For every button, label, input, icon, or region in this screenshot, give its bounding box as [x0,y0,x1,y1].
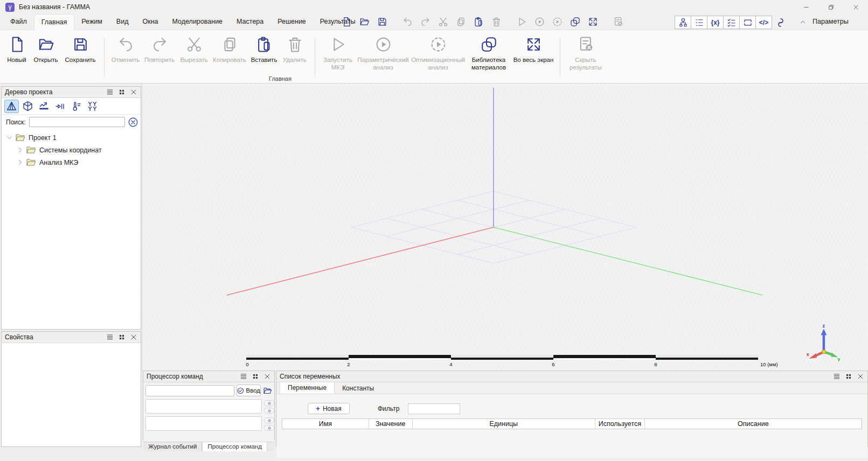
hide-results-icon [613,17,623,27]
panel-close-icon[interactable] [130,333,137,341]
gear-mini-button[interactable] [264,425,274,431]
ribbon: Новый Открыть Сохранить Отменить Повтори… [0,30,868,83]
tab-variables[interactable]: Переменные [280,382,335,394]
ribbon-save-button[interactable]: Сохранить [61,35,99,64]
redo-icon [420,17,430,27]
hierarchy-toggle-button[interactable] [675,16,691,29]
save-icon[interactable] [377,17,387,27]
properties-panel: Свойства [1,331,141,447]
command-history-box [145,399,262,414]
tree-item-coord-systems[interactable]: Системы координат [2,144,141,156]
filter-input[interactable] [408,403,460,414]
menu-wizards[interactable]: Мастера [230,14,270,30]
ribbon-new-button[interactable]: Новый [3,35,30,64]
close-button[interactable] [843,0,868,14]
collapse-ribbon-icon[interactable] [799,18,808,26]
panel-menu-icon[interactable] [106,333,114,341]
materials-library-icon[interactable] [570,17,580,27]
ribbon-fullscreen-button[interactable]: Во весь экран [512,35,555,64]
panel-close-icon[interactable] [263,373,271,380]
panel-dock-icon[interactable] [252,373,259,380]
restore-button[interactable] [818,0,843,14]
svg-text:y: y [838,357,841,361]
panel-dock-icon[interactable] [118,333,126,341]
tree-item-fem-analysis[interactable]: Анализ МКЭ [2,156,141,169]
menu-mode[interactable]: Режим [74,14,109,30]
panel-menu-icon[interactable] [833,373,841,380]
viewport-3d[interactable]: 0 2 4 6 8 10 (мм) z x y [142,83,868,371]
gear-mini-button[interactable] [264,417,274,423]
ruler-tick: 8 [654,361,657,367]
python-icon[interactable] [772,16,790,29]
gear-mini-button[interactable] [264,408,274,414]
contact-icon[interactable] [53,100,67,113]
menu-file[interactable]: Файл [3,14,34,30]
tab-command-processor[interactable]: Процессор команд [202,442,267,451]
copy-icon [456,17,466,27]
panel-menu-icon[interactable] [106,88,114,96]
column-header-used[interactable]: Используется [595,419,644,429]
search-input[interactable] [29,117,125,127]
filter-label: Фильтр [378,405,399,413]
geometry-mode-icon[interactable] [4,100,19,113]
column-header-units[interactable]: Единицы [412,419,595,429]
tab-constants[interactable]: Константы [335,383,381,394]
app-logo-icon: γ [5,3,15,12]
ribbon-open-button[interactable]: Открыть [30,35,61,64]
menu-solution[interactable]: Решение [270,14,313,30]
minimize-button[interactable] [794,0,818,14]
loads-icon[interactable] [37,100,51,113]
enter-command-button[interactable]: Ввод [237,385,261,396]
list-toggle-button[interactable] [691,16,707,29]
checklist-toggle-button[interactable] [723,16,740,29]
open-file-icon[interactable] [359,17,370,27]
split-view-toggle-button[interactable] [739,16,756,29]
search-label: Поиск: [6,118,26,126]
ribbon-parametric-analysis-button: Параметрический анализ [356,35,411,72]
menu-home[interactable]: Главная [34,14,75,30]
filter-tree-icon[interactable] [85,100,100,113]
menu-view[interactable]: Вид [109,14,136,30]
svg-text:x: x [807,352,809,357]
new-file-icon[interactable] [342,17,352,27]
chevron-right-icon[interactable] [17,159,24,166]
view-toggles: {x} </> [675,16,790,29]
open-script-icon[interactable] [263,386,272,395]
panel-dock-icon[interactable] [118,88,126,96]
paste-icon[interactable] [474,17,484,27]
chevron-down-icon[interactable] [6,134,13,141]
tree-item-project[interactable]: Проект 1 [2,131,141,144]
column-header-description[interactable]: Описание [644,419,862,429]
variables-toggle-button[interactable]: {x} [707,16,724,29]
ribbon-redo-button: Повторить [142,35,177,64]
command-output-box [145,416,262,431]
parameters-button[interactable]: Параметры [813,18,849,25]
undo-icon [402,17,413,27]
panel-menu-icon[interactable] [240,373,247,380]
delete-icon [491,17,502,27]
ruler-tick: 6 [552,361,554,367]
variables-panel: Список переменных Переменные Константы +… [276,371,868,447]
menu-modeling[interactable]: Моделирование [165,14,230,30]
ribbon-paste-button[interactable]: Вставить [248,35,280,64]
panel-dock-icon[interactable] [845,373,852,380]
gear-mini-button[interactable] [264,400,274,406]
mesh-cube-icon[interactable] [20,100,35,113]
axes-and-grid [142,83,868,371]
ribbon-materials-library-button[interactable]: Библиотека материалов [466,35,512,72]
clear-search-icon[interactable] [128,117,138,128]
column-header-name[interactable]: Имя [282,419,369,429]
panel-close-icon[interactable] [130,88,137,96]
column-header-value[interactable]: Значение [369,419,412,429]
chevron-right-icon[interactable] [17,146,24,153]
code-toggle-button[interactable]: </> [755,16,772,29]
fullscreen-icon[interactable] [588,17,598,27]
menu-windows[interactable]: Окна [135,14,165,30]
cut-icon [438,17,448,27]
new-variable-button[interactable]: + Новая [308,403,350,414]
tab-event-log[interactable]: Журнал событий [143,442,202,451]
command-processor-title: Процессор команд [147,373,203,380]
thermal-icon[interactable] [69,100,84,113]
command-input[interactable] [145,385,234,396]
panel-close-icon[interactable] [857,373,864,380]
